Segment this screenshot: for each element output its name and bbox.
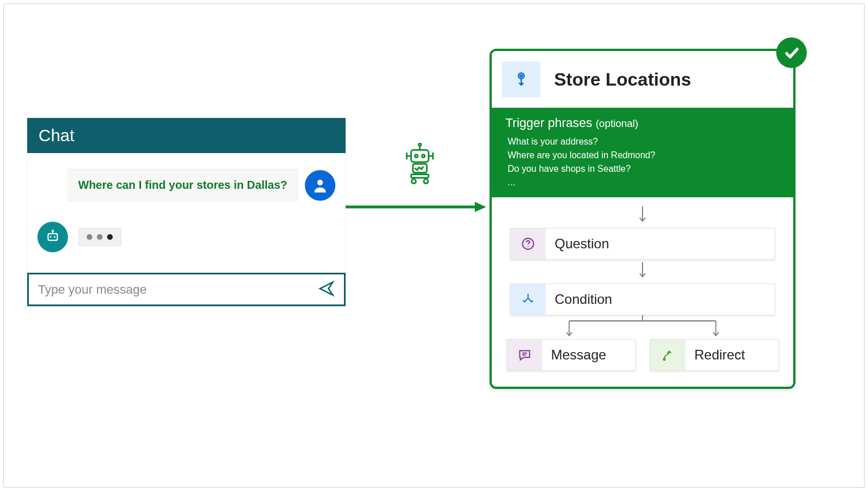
topic-icon (502, 61, 541, 98)
svg-point-8 (422, 155, 425, 158)
svg-point-5 (52, 230, 53, 231)
node-label: Redirect (686, 347, 745, 363)
redirect-icon (650, 340, 686, 370)
typing-dot (97, 234, 103, 240)
node-label: Condition (546, 291, 612, 307)
message-node[interactable]: Message (507, 339, 636, 371)
svg-rect-1 (48, 234, 57, 240)
svg-point-0 (317, 180, 323, 185)
svg-rect-16 (411, 175, 429, 178)
svg-point-17 (411, 179, 416, 184)
trigger-phrase: Do you have shops in Seattle? (508, 162, 780, 176)
svg-point-20 (518, 73, 524, 79)
topic-card: Store Locations Trigger phrases (optiona… (490, 49, 795, 389)
chat-body: Where can I find your stores in Dallas? (27, 153, 346, 273)
node-label: Question (546, 236, 609, 252)
topic-title: Store Locations (554, 69, 691, 90)
svg-point-25 (527, 246, 529, 247)
trigger-label: Trigger phrases (505, 116, 592, 130)
check-badge-icon (776, 37, 807, 68)
trigger-list: What is your address? Where are you loca… (505, 135, 780, 189)
user-message: Where can I find your stores in Dallas? (67, 169, 298, 201)
user-avatar-icon (305, 170, 335, 201)
trigger-phrase: What is your address? (508, 135, 780, 149)
topic-header[interactable]: Store Locations (492, 51, 793, 108)
svg-point-2 (50, 236, 52, 238)
chat-window: Chat Where can I find your stores in Dal… (27, 118, 346, 306)
svg-rect-6 (411, 150, 429, 162)
svg-point-7 (415, 155, 418, 158)
trigger-phrase: ... (508, 176, 780, 189)
flow-arrow-down-icon (503, 262, 782, 281)
svg-point-21 (520, 75, 522, 77)
bot-avatar-icon (37, 222, 68, 252)
node-label: Message (542, 347, 606, 363)
authoring-canvas: Question Condition (492, 197, 793, 387)
svg-point-34 (663, 358, 665, 360)
branch-icon (510, 284, 546, 315)
question-node[interactable]: Question (510, 228, 775, 260)
chat-input[interactable] (38, 282, 318, 297)
chat-input-row (27, 273, 346, 306)
svg-point-10 (419, 143, 421, 146)
trigger-title: Trigger phrases (optional) (505, 116, 780, 130)
message-icon (507, 340, 542, 370)
chat-header: Chat (27, 118, 346, 153)
user-message-row: Where can I find your stores in Dallas? (37, 169, 335, 201)
typing-indicator (78, 228, 121, 246)
branch-row: Message Redirect (503, 339, 782, 371)
svg-point-18 (424, 179, 428, 184)
trigger-phrases-section[interactable]: Trigger phrases (optional) What is your … (492, 108, 793, 197)
send-button[interactable] (318, 280, 335, 299)
typing-dot (107, 234, 113, 240)
branch-split (514, 315, 771, 339)
question-icon (510, 228, 546, 259)
trigger-optional: (optional) (595, 118, 638, 129)
bot-reply-row (37, 222, 335, 252)
trigger-phrase: Where are you located in Redmond? (508, 149, 780, 162)
arrow-to-topic (346, 201, 486, 213)
redirect-node[interactable]: Redirect (650, 339, 779, 371)
send-icon (318, 280, 335, 297)
condition-node[interactable]: Condition (510, 283, 775, 315)
flow-arrow-down-icon (503, 206, 782, 226)
svg-point-3 (54, 236, 56, 238)
robot-icon (399, 143, 441, 185)
typing-dot (87, 234, 92, 240)
